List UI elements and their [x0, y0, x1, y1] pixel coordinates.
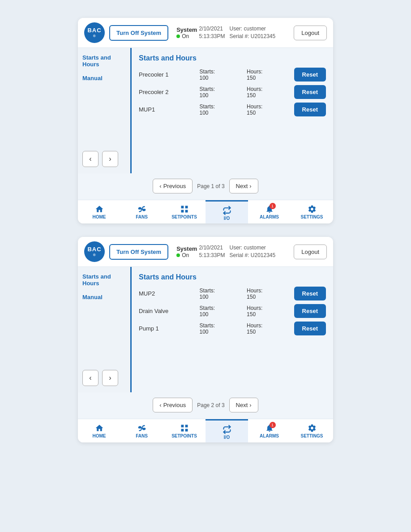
nav-label-io: I/O [224, 435, 230, 440]
hours-label: Hours: [247, 322, 274, 329]
nav-prev-arrow[interactable]: ‹ [82, 370, 98, 386]
next-button[interactable]: Next › [229, 398, 258, 412]
reset-button[interactable]: Reset [294, 103, 326, 116]
data-rows: MUP2 Starts: 100 Hours: 150 Reset Drain … [139, 287, 326, 335]
body-area: Starts and Hours Manual ‹ › Starts and H… [78, 48, 333, 173]
nav-item-fans[interactable]: FANS [120, 200, 163, 223]
sidebar-item-starts-hours[interactable]: Starts and Hours [82, 54, 126, 68]
svg-rect-5 [185, 425, 188, 428]
nav-label-setpoints: SETPOINTS [171, 215, 197, 219]
reset-button[interactable]: Reset [294, 287, 326, 300]
nav-label-io: I/O [224, 216, 230, 221]
logo-text: BAC ® [87, 27, 101, 38]
svg-rect-0 [181, 206, 184, 209]
hours-value: 150 [247, 294, 274, 300]
nav-item-io[interactable]: I/O [206, 200, 248, 223]
starts-label: Starts: [200, 322, 227, 329]
svg-rect-7 [185, 429, 188, 432]
nav-item-io[interactable]: I/O [206, 419, 248, 442]
page-info: Page 1 of 3 [197, 183, 224, 189]
data-rows: Precooler 1 Starts: 100 Hours: 150 Reset… [139, 68, 326, 116]
reset-button[interactable]: Reset [294, 322, 326, 335]
starts-label: Starts: [200, 86, 227, 92]
nav-label-alarms: ALARMS [260, 215, 279, 219]
status-text: On [182, 33, 189, 39]
nav-item-setpoints[interactable]: SETPOINTS [163, 419, 206, 442]
prev-chevron-icon: ‹ [159, 402, 161, 408]
next-label: Next [236, 183, 248, 189]
logout-button[interactable]: Logout [294, 245, 327, 259]
svg-rect-6 [181, 429, 184, 432]
sidebar-item-manual[interactable]: Manual [82, 294, 126, 300]
next-chevron-icon: › [249, 402, 251, 408]
row-starts: Starts: 100 [200, 103, 227, 116]
starts-value: 100 [200, 294, 227, 300]
nav-next-arrow[interactable]: › [102, 151, 118, 167]
previous-label: Previous [163, 183, 186, 189]
starts-label: Starts: [200, 305, 227, 311]
nav-label-home: HOME [93, 215, 106, 219]
reset-button[interactable]: Reset [294, 68, 326, 82]
nav-item-alarms[interactable]: 1 ALARMS [248, 200, 291, 223]
row-label: Precooler 2 [139, 89, 179, 95]
system-on-status: On [176, 252, 189, 258]
nav-item-settings[interactable]: SETTINGS [291, 200, 333, 223]
table-row: MUP1 Starts: 100 Hours: 150 Reset [139, 103, 326, 116]
nav-label-settings: SETTINGS [300, 433, 323, 438]
logout-button[interactable]: Logout [294, 26, 327, 40]
status-dot [176, 253, 180, 257]
starts-value: 100 [200, 311, 227, 317]
nav-item-home[interactable]: HOME [78, 200, 120, 223]
settings-icon [308, 205, 317, 214]
nav-label-setpoints: SETPOINTS [171, 433, 197, 438]
logo: BAC ® [84, 22, 105, 43]
sidebar-item-manual[interactable]: Manual [82, 75, 126, 82]
reset-button[interactable]: Reset [294, 85, 326, 99]
row-starts: Starts: 100 [200, 69, 227, 81]
starts-value: 100 [200, 110, 227, 116]
system-status-area: System On 2/10/20215:13:33PM User: custo… [173, 244, 289, 259]
nav-item-alarms[interactable]: 1 ALARMS [248, 419, 291, 442]
nav-item-home[interactable]: HOME [78, 419, 120, 442]
pagination-bar: ‹ Previous Page 2 of 3 Next › [78, 392, 333, 419]
row-hours: Hours: 150 [247, 69, 274, 81]
svg-rect-3 [185, 210, 188, 213]
turn-off-button[interactable]: Turn Off System [109, 25, 168, 41]
nav-item-setpoints[interactable]: SETPOINTS [163, 200, 206, 223]
previous-button[interactable]: ‹ Previous [153, 179, 193, 193]
nav-item-settings[interactable]: SETTINGS [291, 419, 333, 442]
table-row: Pump 1 Starts: 100 Hours: 150 Reset [139, 322, 326, 335]
starts-value: 100 [200, 92, 227, 99]
reset-button[interactable]: Reset [294, 304, 326, 318]
sidebar: Starts and Hours Manual ‹ › [78, 267, 132, 392]
turn-off-button[interactable]: Turn Off System [109, 244, 168, 260]
row-label: MUP2 [139, 290, 179, 297]
nav-prev-arrow[interactable]: ‹ [82, 151, 98, 167]
next-label: Next [236, 402, 248, 408]
fans-icon [137, 205, 146, 214]
sidebar-nav: ‹ › [82, 363, 126, 386]
alarm-badge: 1 [270, 422, 276, 428]
sidebar-item-starts-hours[interactable]: Starts and Hours [82, 273, 126, 287]
header: BAC ® Turn Off System System On 2/10/202… [78, 18, 333, 48]
row-label: Drain Valve [139, 308, 179, 314]
starts-label: Starts: [200, 69, 227, 75]
system-info: System On [176, 245, 197, 258]
hours-label: Hours: [247, 287, 274, 294]
hours-value: 150 [247, 75, 274, 81]
nav-label-home: HOME [93, 433, 106, 438]
nav-item-fans[interactable]: FANS [120, 419, 163, 442]
setpoints-icon [180, 205, 189, 214]
table-row: Precooler 1 Starts: 100 Hours: 150 Reset [139, 68, 326, 82]
status-text: On [182, 252, 189, 258]
hours-value: 150 [247, 329, 274, 335]
nav-next-arrow[interactable]: › [102, 370, 118, 386]
previous-button[interactable]: ‹ Previous [153, 398, 193, 412]
table-row: Precooler 2 Starts: 100 Hours: 150 Reset [139, 85, 326, 99]
next-button[interactable]: Next › [229, 179, 258, 193]
starts-value: 100 [200, 329, 227, 335]
row-starts: Starts: 100 [200, 86, 227, 99]
sidebar-nav: ‹ › [82, 144, 126, 167]
starts-value: 100 [200, 75, 227, 81]
nav-label-fans: FANS [136, 215, 148, 219]
